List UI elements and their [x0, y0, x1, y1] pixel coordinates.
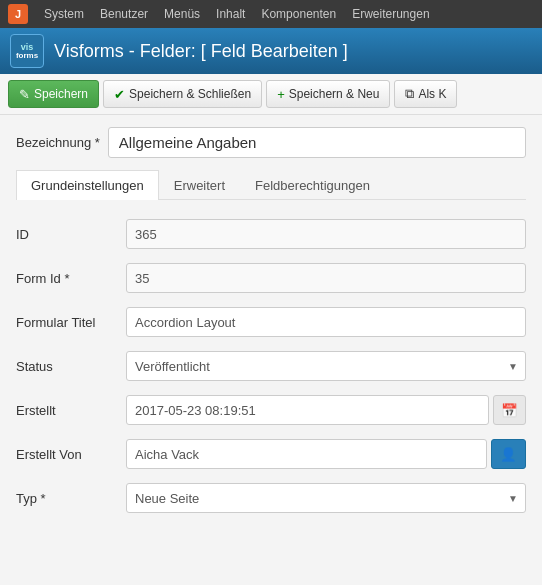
form-section: ID Form Id * Formular Titel Status Veröf…	[16, 214, 526, 530]
nav-erweiterungen[interactable]: Erweiterungen	[352, 7, 429, 21]
tab-erweitert[interactable]: Erweitert	[159, 170, 240, 200]
copy-icon: ⧉	[405, 86, 414, 102]
erstellt-von-label: Erstellt Von	[16, 447, 126, 462]
nav-menus[interactable]: Menüs	[164, 7, 200, 21]
nav-inhalt[interactable]: Inhalt	[216, 7, 245, 21]
erstellt-label: Erstellt	[16, 403, 126, 418]
formular-titel-input[interactable]	[126, 307, 526, 337]
form-id-input[interactable]	[126, 263, 526, 293]
user-wrapper: 👤	[126, 439, 526, 469]
calendar-button[interactable]: 📅	[493, 395, 526, 425]
user-select-button[interactable]: 👤	[491, 439, 526, 469]
joomla-logo: J	[8, 4, 28, 24]
erstellt-row: Erstellt 📅	[16, 394, 526, 426]
erstellt-input[interactable]	[126, 395, 489, 425]
plus-icon: +	[277, 87, 285, 102]
page-content: Bezeichnung * Grundeinstellungen Erweite…	[0, 115, 542, 542]
page-title: Visforms - Felder: [ Feld Bearbeiten ]	[54, 41, 348, 62]
nav-benutzer[interactable]: Benutzer	[100, 7, 148, 21]
erstellt-von-input[interactable]	[126, 439, 487, 469]
save-copy-button[interactable]: ⧉ Als K	[394, 80, 457, 108]
form-id-label: Form Id *	[16, 271, 126, 286]
formular-titel-label: Formular Titel	[16, 315, 126, 330]
typ-select-wrapper: Neue Seite Option 2 Option 3 ▼	[126, 483, 526, 513]
form-id-row: Form Id *	[16, 262, 526, 294]
save-button[interactable]: ✎ Speichern	[8, 80, 99, 108]
formular-titel-row: Formular Titel	[16, 306, 526, 338]
id-label: ID	[16, 227, 126, 242]
designation-row: Bezeichnung *	[16, 127, 526, 158]
top-nav: J System Benutzer Menüs Inhalt Komponent…	[0, 0, 542, 28]
status-row: Status Veröffentlicht Unveröffentlicht A…	[16, 350, 526, 382]
designation-input[interactable]	[108, 127, 526, 158]
typ-row: Typ * Neue Seite Option 2 Option 3 ▼	[16, 482, 526, 514]
header-bar: vis forms Visforms - Felder: [ Feld Bear…	[0, 28, 542, 74]
calendar-icon: 📅	[501, 403, 518, 418]
designation-label: Bezeichnung *	[16, 135, 100, 150]
tabs: Grundeinstellungen Erweitert Feldberecht…	[16, 170, 526, 200]
id-row: ID	[16, 218, 526, 250]
save-close-button[interactable]: ✔ Speichern & Schließen	[103, 80, 262, 108]
save-new-button[interactable]: + Speichern & Neu	[266, 80, 390, 108]
status-select-wrapper: Veröffentlicht Unveröffentlicht Archivie…	[126, 351, 526, 381]
tab-feldberechtigungen[interactable]: Feldberechtigungen	[240, 170, 385, 200]
datetime-wrapper: 📅	[126, 395, 526, 425]
erstellt-von-row: Erstellt Von 👤	[16, 438, 526, 470]
typ-select[interactable]: Neue Seite Option 2 Option 3	[126, 483, 526, 513]
nav-system[interactable]: System	[44, 7, 84, 21]
save-icon: ✎	[19, 87, 30, 102]
typ-label: Typ *	[16, 491, 126, 506]
tab-grundeinstellungen[interactable]: Grundeinstellungen	[16, 170, 159, 200]
user-icon: 👤	[500, 447, 517, 462]
nav-komponenten[interactable]: Komponenten	[261, 7, 336, 21]
visforms-logo: vis forms	[10, 34, 44, 68]
status-select[interactable]: Veröffentlicht Unveröffentlicht Archivie…	[126, 351, 526, 381]
status-label: Status	[16, 359, 126, 374]
check-icon: ✔	[114, 87, 125, 102]
toolbar: ✎ Speichern ✔ Speichern & Schließen + Sp…	[0, 74, 542, 115]
id-input[interactable]	[126, 219, 526, 249]
